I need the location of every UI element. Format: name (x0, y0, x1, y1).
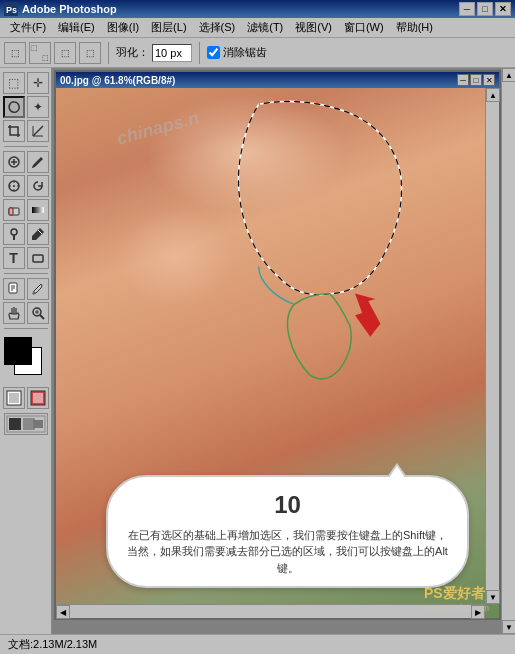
annotation-text: 在已有选区的基础上再增加选区，我们需要按住键盘上的Shift键，当然，如果我们需… (127, 529, 448, 574)
magic-wand-tool[interactable]: ✦ (27, 96, 49, 118)
menu-filter[interactable]: 滤镜(T) (241, 18, 289, 37)
main-workspace: ⬚ ✛ ✦ (0, 68, 515, 634)
screen-mode[interactable] (4, 413, 48, 435)
history-tool[interactable] (27, 175, 49, 197)
doc-minimize[interactable]: ─ (457, 74, 469, 86)
tool-sep-1 (4, 146, 48, 147)
standard-mode[interactable] (3, 387, 25, 409)
svg-point-4 (13, 185, 15, 187)
subtract-selection-btn[interactable]: ⬚ (54, 42, 76, 64)
menu-image[interactable]: 图像(I) (101, 18, 145, 37)
menu-edit[interactable]: 编辑(E) (52, 18, 101, 37)
app-title: Adobe Photoshop (22, 3, 459, 15)
ps-brand: PS爱好者 (424, 585, 485, 601)
crop-tool[interactable] (3, 120, 25, 142)
heal-tool[interactable] (3, 151, 25, 173)
menu-help[interactable]: 帮助(H) (390, 18, 439, 37)
vertical-scrollbar[interactable]: ▲ ▼ (485, 88, 499, 604)
svg-rect-6 (9, 208, 13, 215)
svg-line-14 (40, 315, 44, 319)
text-tool[interactable]: T (3, 247, 25, 269)
eraser-tool[interactable] (3, 199, 25, 221)
svg-rect-16 (9, 393, 19, 403)
feather-input[interactable] (152, 44, 192, 62)
status-bar: 文档:2.13M/2.13M (0, 634, 515, 654)
shape-tool[interactable] (27, 247, 49, 269)
lasso-tool[interactable] (3, 96, 25, 118)
separator-1 (108, 42, 109, 64)
main-scroll-up[interactable]: ▲ (502, 68, 515, 82)
svg-rect-22 (33, 420, 43, 428)
foreground-color[interactable] (4, 337, 32, 365)
app-icon: Ps (4, 2, 18, 16)
doc-maximize[interactable]: □ (470, 74, 482, 86)
scroll-up-btn[interactable]: ▲ (486, 88, 500, 102)
color-selector[interactable] (4, 337, 48, 377)
tool-row-modes (3, 387, 49, 409)
intersect-selection-btn[interactable]: ⬚ (79, 42, 101, 64)
tool-row-5 (3, 175, 49, 197)
cheek-highlight (116, 208, 236, 308)
close-button[interactable]: ✕ (495, 2, 511, 16)
marquee-tool[interactable]: ⬚ (3, 72, 25, 94)
main-scroll-down[interactable]: ▼ (502, 620, 515, 634)
minimize-button[interactable]: ─ (459, 2, 475, 16)
photo-canvas: chinaps.n 10 在已有选区的基础上再增加选区，我们需 (56, 88, 499, 618)
zoom-tool[interactable] (27, 302, 49, 324)
main-scrollbar: ▲ ▼ (501, 68, 515, 634)
document-title: 00.jpg @ 61.8%(RGB/8#) (60, 75, 456, 86)
main-scroll-track (502, 82, 515, 620)
new-selection-btn[interactable]: ⬚ (4, 42, 26, 64)
website-url: www.psahz.com (424, 603, 489, 613)
window-controls: ─ □ ✕ (459, 2, 511, 16)
menu-view[interactable]: 视图(V) (289, 18, 338, 37)
feather-section: 羽化： (116, 44, 192, 62)
tool-row-screen (4, 413, 48, 435)
menu-layer[interactable]: 图层(L) (145, 18, 192, 37)
hand-tool[interactable] (3, 302, 25, 324)
move-tool[interactable]: ✛ (27, 72, 49, 94)
add-selection-btn[interactable]: ⬚ ⬚ (29, 42, 51, 64)
svg-text:Ps: Ps (6, 5, 17, 15)
svg-rect-7 (32, 207, 44, 213)
tool-row-6 (3, 199, 49, 221)
svg-point-12 (32, 292, 35, 295)
toolbox: ⬚ ✛ ✦ (0, 68, 52, 634)
menu-window[interactable]: 窗口(W) (338, 18, 390, 37)
title-bar: Ps Adobe Photoshop ─ □ ✕ (0, 0, 515, 18)
speech-bubble: 10 在已有选区的基础上再增加选区，我们需要按住键盘上的Shift键，当然，如果… (106, 475, 469, 589)
menu-select[interactable]: 选择(S) (193, 18, 242, 37)
quick-mask-mode[interactable] (27, 387, 49, 409)
svg-rect-18 (33, 393, 43, 403)
tool-row-3 (3, 120, 49, 142)
maximize-button[interactable]: □ (477, 2, 493, 16)
document-window: 00.jpg @ 61.8%(RGB/8#) ─ □ ✕ chinaps.n (54, 70, 501, 620)
clone-tool[interactable] (3, 175, 25, 197)
tool-row-10 (3, 302, 49, 324)
tool-row-2: ✦ (3, 96, 49, 118)
svg-rect-20 (9, 418, 21, 430)
document-titlebar: 00.jpg @ 61.8%(RGB/8#) ─ □ ✕ (56, 72, 499, 88)
horizontal-scrollbar[interactable]: ◀ ▶ (56, 604, 485, 618)
menu-file[interactable]: 文件(F) (4, 18, 52, 37)
svg-rect-10 (33, 255, 43, 262)
pen-tool[interactable] (27, 223, 49, 245)
doc-close[interactable]: ✕ (483, 74, 495, 86)
separator-2 (199, 42, 200, 64)
notes-tool[interactable] (3, 278, 25, 300)
antialias-checkbox[interactable] (207, 46, 220, 59)
slice-tool[interactable] (27, 120, 49, 142)
scroll-left-btn[interactable]: ◀ (56, 605, 70, 619)
gradient-tool[interactable] (27, 199, 49, 221)
eyedropper-tool[interactable] (27, 278, 49, 300)
tool-row-8: T (3, 247, 49, 269)
canvas-area: 00.jpg @ 61.8%(RGB/8#) ─ □ ✕ chinaps.n (52, 68, 515, 634)
dodge-tool[interactable] (3, 223, 25, 245)
tool-sep-3 (4, 328, 48, 329)
feather-label: 羽化： (116, 45, 149, 60)
brush-tool[interactable] (27, 151, 49, 173)
options-toolbar: ⬚ ⬚ ⬚ ⬚ ⬚ 羽化： 消除锯齿 (0, 38, 515, 68)
tool-row-4 (3, 151, 49, 173)
antialias-label: 消除锯齿 (223, 45, 267, 60)
annotation-number: 10 (123, 487, 452, 523)
